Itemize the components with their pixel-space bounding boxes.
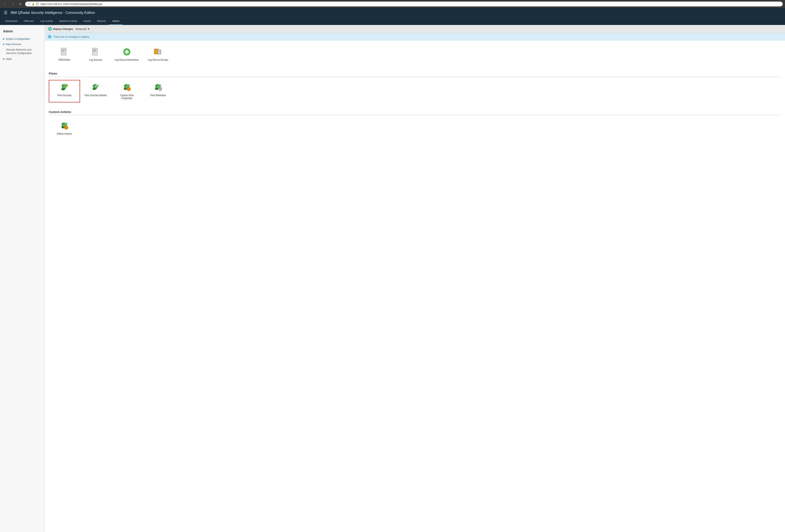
toolbar: ↻ Deploy Changes Advanced ▼ [45, 25, 785, 33]
custom-actions-section: Custom Actions [45, 106, 785, 142]
svg-rect-52 [67, 127, 68, 128]
svg-rect-7 [93, 50, 96, 50]
custom-flow-properties-item[interactable]: Custom Flow Properties [111, 80, 143, 102]
log-source-groups-item[interactable]: Log Source Groups [143, 45, 174, 64]
nav-assets[interactable]: Assets [80, 18, 94, 25]
log-source-groups-label: Log Source Groups [148, 58, 168, 62]
svg-rect-36 [130, 88, 131, 89]
custom-actions-grid: Define Actions [49, 118, 781, 140]
sidebar-item-data-sources[interactable]: ▶ Data Sources [0, 42, 45, 47]
flow-retention-label: Flow Retention [150, 94, 166, 97]
deploy-icon: ↻ [48, 27, 52, 31]
nav-log-activity[interactable]: Log Activity [37, 18, 56, 25]
browser-chrome: ← → ↻ 🛡 🔒 💬 https://192.168.211.128/cons… [0, 0, 785, 8]
flow-sources-icon [59, 82, 70, 92]
deploy-changes-button[interactable]: ↻ Deploy Changes [48, 27, 73, 31]
log-source-extensions-icon [122, 47, 132, 57]
advanced-button[interactable]: Advanced ▼ [75, 27, 90, 30]
flows-section-header: Flows [49, 72, 781, 77]
arrow-icon-3: ▶ [3, 58, 5, 60]
advanced-label: Advanced [75, 27, 86, 30]
arrow-icon-2: ▶ [3, 43, 5, 45]
nav-dashboard[interactable]: Dashboard [2, 18, 21, 25]
flows-grid: Flow Sources ABCD Flow Sources Aliases [49, 80, 781, 104]
svg-rect-15 [154, 49, 158, 54]
nav-admin[interactable]: Admin [109, 18, 123, 25]
flow-sources-aliases-icon: ABCD [91, 82, 101, 92]
shield-icon: 🛡 [28, 3, 30, 5]
svg-rect-51 [64, 127, 65, 128]
nav-offenses[interactable]: Offenses [21, 18, 37, 25]
svg-rect-49 [66, 126, 67, 126]
app-title: IBM QRadar Security Intelligence - Commu… [10, 11, 95, 15]
svg-point-32 [128, 88, 129, 89]
back-button[interactable]: ← [2, 2, 8, 6]
forward-button[interactable]: → [10, 2, 16, 6]
svg-rect-2 [62, 50, 65, 50]
svg-point-48 [66, 127, 67, 128]
sidebar-title: Admin [0, 28, 45, 36]
log-sources-item[interactable]: Log Sources [80, 45, 111, 64]
info-message: There are no changes to deploy. [53, 35, 90, 38]
nav-bar: Dashboard Offenses Log Activity Network … [0, 17, 785, 25]
app-header: ☰ IBM QRadar Security Intelligence - Com… [0, 8, 785, 17]
flow-sources-aliases-label: Flow Sources Aliases [84, 94, 107, 97]
sidebar: Admin ▶ System Configuration ▶ Data Sour… [0, 25, 45, 532]
dsm-editor-label: DSM Editor [58, 58, 70, 62]
advanced-arrow-icon: ▼ [87, 27, 90, 30]
svg-rect-35 [127, 88, 128, 89]
svg-rect-8 [93, 51, 96, 51]
log-source-extensions-label: Log Source Extensions [115, 58, 139, 62]
sidebar-item-system-configuration[interactable]: ▶ System Configuration [0, 36, 45, 42]
define-actions-icon [59, 121, 70, 131]
data-sources-section: DSM Editor Log Sources [45, 41, 785, 68]
url-text: https://192.168.211.128/console/qradar/j… [41, 3, 102, 5]
lock-icon: 🔒 [32, 3, 35, 5]
log-source-extensions-item[interactable]: Log Source Extensions [111, 45, 143, 64]
dsm-editor-icon [59, 47, 70, 57]
flows-section: Flows Flow Sources [45, 68, 785, 106]
arrow-icon: ▶ [3, 38, 5, 40]
refresh-button[interactable]: ↻ [18, 2, 23, 6]
svg-rect-3 [62, 51, 65, 51]
flow-sources-label: Flow Sources [57, 94, 72, 97]
deploy-label: Deploy Changes [53, 27, 73, 30]
security-icons: 🛡 🔒 💬 [28, 3, 39, 5]
svg-rect-9 [93, 52, 95, 52]
custom-flow-properties-label: Custom Flow Properties [114, 94, 139, 100]
define-actions-item[interactable]: Define Actions [49, 118, 80, 138]
svg-rect-33 [128, 87, 129, 88]
sidebar-label-system-config: System Configuration [6, 37, 30, 41]
svg-rect-4 [62, 52, 64, 52]
log-source-groups-icon [153, 47, 163, 57]
nav-network-activity[interactable]: Network Activity [56, 18, 80, 25]
address-bar[interactable]: 🛡 🔒 💬 https://192.168.211.128/console/qr… [25, 2, 783, 6]
data-sources-grid: DSM Editor Log Sources [49, 45, 781, 66]
svg-rect-13 [125, 51, 129, 52]
nav-reports[interactable]: Reports [94, 18, 109, 25]
info-icon: i [48, 35, 51, 38]
flow-sources-item[interactable]: Flow Sources [49, 80, 80, 102]
main-layout: Admin ▶ System Configuration ▶ Data Sour… [0, 25, 785, 532]
custom-actions-header: Custom Actions [49, 110, 781, 115]
sidebar-item-apps[interactable]: ▶ Apps [0, 56, 45, 61]
sidebar-item-remote-networks: Remote Networks andServices Configuratio… [0, 47, 45, 56]
log-sources-icon [91, 47, 101, 57]
custom-flow-properties-icon [122, 82, 132, 92]
svg-rect-17 [158, 50, 161, 54]
dsm-editor-item[interactable]: DSM Editor [49, 45, 80, 64]
flow-sources-aliases-item[interactable]: ABCD Flow Sources Aliases [80, 80, 111, 102]
content-area: ↻ Deploy Changes Advanced ▼ i There are … [45, 25, 785, 532]
svg-rect-50 [66, 129, 67, 130]
log-sources-label: Log Sources [89, 58, 102, 62]
svg-rect-34 [128, 90, 129, 91]
flow-retention-item[interactable]: Flow Retention [143, 80, 174, 102]
sidebar-label-apps: Apps [6, 57, 12, 60]
flow-retention-icon [153, 82, 163, 92]
message-icon: 💬 [36, 3, 39, 5]
sidebar-label-data-sources: Data Sources [6, 43, 21, 46]
info-banner: i There are no changes to deploy. [45, 33, 785, 41]
hamburger-menu[interactable]: ☰ [4, 10, 7, 15]
define-actions-label: Define Actions [57, 132, 72, 136]
